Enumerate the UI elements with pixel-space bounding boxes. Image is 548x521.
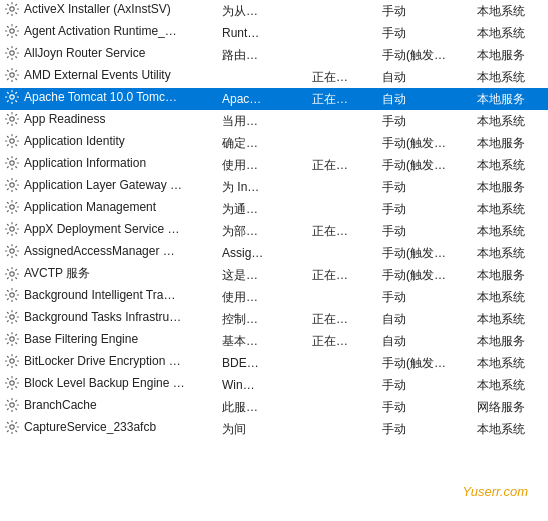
service-icon [4, 177, 20, 193]
service-start-type: 手动 [378, 0, 473, 22]
service-name: Application Layer Gateway … [24, 178, 182, 192]
service-desc: 使用… [218, 154, 308, 176]
service-desc: 为从… [218, 0, 308, 22]
service-status [308, 110, 378, 132]
service-name: Base Filtering Engine [24, 332, 138, 346]
service-desc: 当用… [218, 110, 308, 132]
service-logon: 网络服务 [473, 396, 548, 418]
service-status [308, 352, 378, 374]
svg-point-8 [10, 183, 14, 187]
service-desc: 控制… [218, 308, 308, 330]
service-start-type: 手动(触发… [378, 132, 473, 154]
table-row[interactable]: App Readiness 当用… 手动 本地系统 [0, 110, 548, 132]
table-row[interactable]: BitLocker Drive Encryption … BDE… 手动(触发…… [0, 352, 548, 374]
service-name-cell: Background Tasks Infrastru… [0, 308, 190, 326]
service-status [308, 242, 378, 264]
service-logon: 本地系统 [473, 242, 548, 264]
service-desc: 这是… [218, 264, 308, 286]
service-status: 正在… [308, 220, 378, 242]
table-row[interactable]: BranchCache 此服… 手动 网络服务 [0, 396, 548, 418]
svg-point-4 [10, 95, 14, 99]
service-logon: 本地系统 [473, 418, 548, 440]
table-row[interactable]: AssignedAccessManager … Assig… 手动(触发… 本地… [0, 242, 548, 264]
service-status [308, 198, 378, 220]
service-start-type: 手动 [378, 418, 473, 440]
service-name-cell: AMD External Events Utility [0, 66, 190, 84]
service-logon: 本地系统 [473, 220, 548, 242]
table-row[interactable]: Application Layer Gateway … 为 In… 手动 本地服… [0, 176, 548, 198]
service-name-cell: Background Intelligent Tra… [0, 286, 190, 304]
svg-point-14 [10, 315, 14, 319]
service-start-type: 手动(触发… [378, 264, 473, 286]
service-name: AppX Deployment Service … [24, 222, 179, 236]
service-name-cell: Application Information [0, 154, 190, 172]
service-start-type: 手动 [378, 374, 473, 396]
service-status: 正在… [308, 308, 378, 330]
table-row[interactable]: Application Identity 确定… 手动(触发… 本地服务 [0, 132, 548, 154]
service-logon: 本地系统 [473, 110, 548, 132]
service-start-type: 手动(触发… [378, 44, 473, 66]
table-row[interactable]: Background Tasks Infrastru… 控制… 正在… 自动 本… [0, 308, 548, 330]
service-status: 正在… [308, 264, 378, 286]
table-row[interactable]: AllJoyn Router Service 路由… 手动(触发… 本地服务 [0, 44, 548, 66]
service-name-cell: Base Filtering Engine [0, 330, 190, 348]
service-desc: 路由… [218, 44, 308, 66]
service-name-cell: BitLocker Drive Encryption … [0, 352, 190, 370]
svg-point-15 [10, 337, 14, 341]
service-logon: 本地系统 [473, 198, 548, 220]
service-name: Background Intelligent Tra… [24, 288, 175, 302]
service-logon: 本地服务 [473, 132, 548, 154]
svg-point-17 [10, 381, 14, 385]
service-icon [4, 45, 20, 61]
table-row[interactable]: Application Management 为通… 手动 本地系统 [0, 198, 548, 220]
service-logon: 本地系统 [473, 352, 548, 374]
service-name: BranchCache [24, 398, 97, 412]
service-desc: Apac… [218, 88, 308, 110]
svg-point-6 [10, 139, 14, 143]
svg-point-18 [10, 403, 14, 407]
service-logon: 本地系统 [473, 154, 548, 176]
table-row[interactable]: Block Level Backup Engine … Win… 手动 本地系统 [0, 374, 548, 396]
table-row[interactable]: AppX Deployment Service … 为部… 正在… 手动 本地系… [0, 220, 548, 242]
service-desc: 基本… [218, 330, 308, 352]
service-start-type: 自动 [378, 308, 473, 330]
service-name-cell: AVCTP 服务 [0, 264, 190, 283]
table-row[interactable]: Apache Tomcat 10.0 Tomc… Apac… 正在… 自动 本地… [0, 88, 548, 110]
service-start-type: 自动 [378, 66, 473, 88]
service-icon [4, 331, 20, 347]
service-name: Agent Activation Runtime_… [24, 24, 177, 38]
svg-point-3 [10, 73, 14, 77]
service-name-cell: Apache Tomcat 10.0 Tomc… [0, 88, 190, 106]
service-icon [4, 221, 20, 237]
service-start-type: 手动(触发… [378, 242, 473, 264]
services-table: ActiveX Installer (AxInstSV) 为从… 手动 本地系统… [0, 0, 548, 440]
table-row[interactable]: ActiveX Installer (AxInstSV) 为从… 手动 本地系统 [0, 0, 548, 22]
table-row[interactable]: AVCTP 服务 这是… 正在… 手动(触发… 本地服务 [0, 264, 548, 286]
table-row[interactable]: Application Information 使用… 正在… 手动(触发… 本… [0, 154, 548, 176]
service-start-type: 手动 [378, 22, 473, 44]
service-status [308, 176, 378, 198]
table-row[interactable]: Agent Activation Runtime_… Runt… 手动 本地系统 [0, 22, 548, 44]
table-row[interactable]: CaptureService_233afcb 为间 手动 本地系统 [0, 418, 548, 440]
svg-point-10 [10, 227, 14, 231]
service-start-type: 手动 [378, 286, 473, 308]
svg-point-11 [10, 249, 14, 253]
table-row[interactable]: Background Intelligent Tra… 使用… 手动 本地系统 [0, 286, 548, 308]
service-desc: 为间 [218, 418, 308, 440]
table-row[interactable]: AMD External Events Utility 正在… 自动 本地系统 [0, 66, 548, 88]
service-name: App Readiness [24, 112, 105, 126]
service-desc: 此服… [218, 396, 308, 418]
service-icon [4, 243, 20, 259]
service-desc: BDE… [218, 352, 308, 374]
service-logon: 本地系统 [473, 374, 548, 396]
service-icon [4, 133, 20, 149]
service-start-type: 手动 [378, 176, 473, 198]
svg-point-16 [10, 359, 14, 363]
service-name: AllJoyn Router Service [24, 46, 145, 60]
service-name-cell: AssignedAccessManager … [0, 242, 190, 260]
service-logon: 本地服务 [473, 44, 548, 66]
svg-point-9 [10, 205, 14, 209]
service-start-type: 自动 [378, 88, 473, 110]
service-name: Application Management [24, 200, 156, 214]
table-row[interactable]: Base Filtering Engine 基本… 正在… 自动 本地服务 [0, 330, 548, 352]
